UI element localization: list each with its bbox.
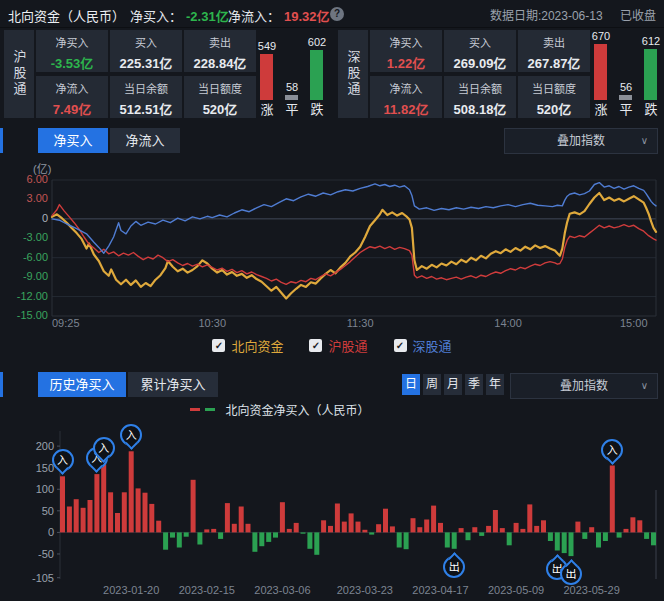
stat-label: 卖出: [518, 34, 590, 50]
overlay-index-label-2: 叠加指数: [560, 379, 608, 393]
chevron-down-icon: ∨: [641, 129, 648, 153]
stat-cell-当日余额: 当日余额512.51亿: [110, 76, 182, 118]
stat-value: 269.09亿: [444, 53, 516, 72]
x-tick-11:30: 11:30: [342, 317, 378, 329]
hist-y-tick-200: 200: [14, 440, 54, 452]
bar-down: [310, 50, 323, 100]
checkbox-checked-icon[interactable]: ✓: [212, 339, 225, 352]
stat-value: 11.82亿: [370, 99, 442, 118]
count-up: 670: [588, 30, 614, 42]
board-name: 深股通: [338, 30, 368, 118]
legend-label: 北向资金: [231, 336, 283, 355]
legend-item-沪股通[interactable]: ✓沪股通: [309, 336, 367, 355]
period-button-季[interactable]: 季: [465, 374, 483, 395]
x-tick-09:25: 09:25: [52, 317, 80, 329]
stat-value: 508.18亿: [444, 99, 516, 118]
marker-pin-入: 入: [93, 437, 115, 459]
y-tick--6: -6.00: [10, 251, 48, 263]
board-沪股通: 沪股通净买入-3.53亿买入225.31亿卖出228.84亿净流入7.49亿当日…: [4, 30, 334, 118]
tab-net-buy[interactable]: 净买入: [38, 128, 108, 153]
stat-value: 267.87亿: [518, 53, 590, 72]
stat-label: 净流入: [370, 80, 442, 96]
bar-up: [594, 44, 607, 100]
stat-label: 卖出: [184, 34, 256, 50]
x-tick-15:00: 15:00: [620, 317, 648, 329]
stat-value: 7.49亿: [36, 99, 108, 118]
x-tick-10:30: 10:30: [194, 317, 230, 329]
hist-y-tick-0: 0: [14, 526, 54, 538]
history-legend: 北向资金净买入（人民币）: [0, 401, 560, 418]
chevron-down-icon: ∨: [641, 374, 648, 398]
board-name: 沪股通: [4, 30, 34, 118]
label-flat: 平: [279, 99, 305, 118]
stat-label: 当日余额: [110, 80, 182, 96]
net-buy-label: 净买入：: [130, 6, 182, 25]
legend-item-北向资金[interactable]: ✓北向资金: [212, 336, 283, 355]
stat-cell-当日额度: 当日额度520亿: [518, 76, 590, 118]
intraday-legend: ✓北向资金✓沪股通✓深股通: [0, 336, 664, 355]
marker-pin-入: 入: [120, 424, 142, 446]
section-accent: [0, 128, 3, 153]
data-date: 数据日期:2023-06-13: [490, 9, 603, 23]
stat-label: 净流入: [36, 80, 108, 96]
updown-chart: 549涨58平602跌: [258, 30, 334, 118]
stat-cell-净流入: 净流入11.82亿: [370, 76, 442, 118]
hist-x-tick-2023-01-20: 2023-01-20: [98, 584, 164, 596]
count-flat: 56: [613, 81, 639, 93]
stat-cell-当日余额: 当日余额508.18亿: [444, 76, 516, 118]
marker-pin-出: 出: [443, 556, 465, 578]
period-button-日[interactable]: 日: [402, 374, 420, 395]
legend-item-深股通[interactable]: ✓深股通: [394, 336, 452, 355]
stat-label: 当日余额: [444, 80, 516, 96]
checkbox-checked-icon[interactable]: ✓: [394, 339, 407, 352]
stat-value: 225.31亿: [110, 53, 182, 72]
section-accent-2: [0, 372, 3, 397]
stat-label: 净买入: [36, 34, 108, 50]
stat-cell-当日额度: 当日额度520亿: [184, 76, 256, 118]
stat-label: 买入: [444, 34, 516, 50]
stat-label: 净买入: [370, 34, 442, 50]
period-button-年[interactable]: 年: [486, 374, 504, 395]
y-tick--3: -3.00: [10, 231, 48, 243]
stat-cell-净买入: 净买入1.22亿: [370, 30, 442, 72]
stat-value: 228.84亿: [184, 53, 256, 72]
y-tick-0: 0: [10, 212, 48, 224]
hist-x-tick-2023-03-23: 2023-03-23: [332, 584, 398, 596]
stat-cell-净流入: 净流入7.49亿: [36, 76, 108, 118]
hist-y-tick-150: 150: [14, 462, 54, 474]
help-icon[interactable]: ?: [330, 7, 344, 21]
hist-x-tick-2023-04-17: 2023-04-17: [407, 584, 473, 596]
stat-cell-卖出: 卖出267.87亿: [518, 30, 590, 72]
count-down: 612: [638, 35, 664, 47]
stat-cell-卖出: 卖出228.84亿: [184, 30, 256, 72]
hist-y-tick-50: 50: [14, 505, 54, 517]
legend-label: 深股通: [413, 336, 452, 355]
tab-cumulative-net-buy[interactable]: 累计净买入: [128, 372, 218, 397]
tab-history-net-buy[interactable]: 历史净买入: [38, 372, 126, 397]
market-status: 已收盘: [620, 9, 656, 23]
period-button-周[interactable]: 周: [423, 374, 441, 395]
overlay-index-dropdown[interactable]: 叠加指数 ∨: [504, 128, 658, 154]
board-深股通: 深股通净买入1.22亿买入269.09亿卖出267.87亿净流入11.82亿当日…: [338, 30, 664, 118]
overlay-index-dropdown-2[interactable]: 叠加指数 ∨: [510, 373, 658, 399]
hist-y-tick--105: -105: [14, 572, 54, 584]
label-up: 涨: [588, 99, 614, 118]
legend-label: 沪股通: [328, 336, 367, 355]
marker-pin-入: 入: [601, 439, 623, 461]
stat-value: 520亿: [518, 99, 590, 118]
hist-x-tick-2023-05-29: 2023-05-29: [559, 584, 625, 596]
updown-chart: 670涨56平612跌: [592, 30, 664, 118]
period-button-月[interactable]: 月: [444, 374, 462, 395]
legend-dash-red: [190, 408, 200, 411]
checkbox-checked-icon[interactable]: ✓: [309, 339, 322, 352]
net-inflow-value: 19.32亿: [284, 6, 330, 25]
stat-label: 当日额度: [518, 80, 590, 96]
stat-value: 1.22亿: [370, 53, 442, 72]
header-right: 数据日期:2023-06-13 已收盘: [476, 6, 656, 23]
label-down: 跌: [304, 99, 330, 118]
hist-x-tick-2023-03-06: 2023-03-06: [249, 584, 315, 596]
tab-net-inflow[interactable]: 净流入: [110, 128, 180, 153]
history-legend-label: 北向资金净买入（人民币）: [225, 401, 369, 418]
label-down: 跌: [638, 99, 664, 118]
net-inflow-label: 净流入：: [228, 6, 280, 25]
